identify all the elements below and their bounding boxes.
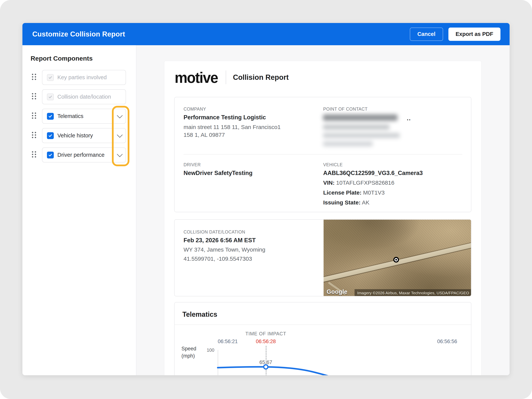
driver-label: DRIVER xyxy=(184,162,201,167)
drag-handle-icon[interactable] xyxy=(32,113,36,120)
checkbox-checked-disabled-icon xyxy=(47,74,54,81)
component-row-collision-date: Collision date/location xyxy=(31,89,136,104)
chart-y-axis-label: Speed (mph) xyxy=(181,345,196,360)
export-pdf-button[interactable]: Export as PDF xyxy=(448,28,500,41)
point-of-contact-label: POINT OF CONTACT xyxy=(323,107,368,112)
report-brand-row: motive Collision Report xyxy=(175,69,289,85)
parties-card: COMPANY Performance Testing Logistic mai… xyxy=(174,97,471,212)
company-address-line1: main street 11 158 11, San Francisco1 xyxy=(184,124,281,130)
drag-handle-icon[interactable] xyxy=(32,132,36,139)
chart-y-tick-100: 100 xyxy=(199,348,214,353)
vehicle-name: AABL36QC122599_VG3.6_Camera3 xyxy=(323,170,423,177)
component-label: Collision date/location xyxy=(57,94,111,100)
collision-location-card: COLLISION DATE/LOCATION Feb 23, 2026 6:5… xyxy=(174,219,471,296)
component-item-vehicle-history[interactable]: Vehicle history xyxy=(42,128,126,143)
redacted-contact-block xyxy=(322,113,405,150)
brand-divider xyxy=(226,70,226,84)
component-item-key-parties: Key parties involved xyxy=(42,70,126,85)
chevron-down-icon[interactable] xyxy=(117,132,123,138)
report-components-sidebar: Report Components Key parties involved xyxy=(22,45,136,375)
chart-title: TIME OF IMPACT xyxy=(175,331,357,336)
component-row-telematics: Telematics xyxy=(31,109,136,124)
chart-x-end-label: 06:56:56 xyxy=(437,339,457,344)
component-row-driver-performance: Driver performance xyxy=(31,147,136,162)
telematics-card: Telematics TIME OF IMPACT 06:56:21 06:56… xyxy=(174,302,471,375)
map-attribution: Imagery ©2026 Airbus, Maxar Technologies… xyxy=(355,289,471,296)
component-row-key-parties: Key parties involved xyxy=(31,70,136,85)
card-divider xyxy=(184,154,462,154)
chart-x-start-label: 06:56:21 xyxy=(218,339,238,344)
redacted-contact-ellipsis: .. xyxy=(407,115,411,122)
window-body: Report Components Key parties involved xyxy=(22,45,510,375)
google-logo: Google xyxy=(327,288,348,295)
component-label: Telematics xyxy=(57,113,83,119)
company-label: COMPANY xyxy=(184,107,206,112)
component-label: Vehicle history xyxy=(57,133,93,139)
checkbox-checked-icon[interactable] xyxy=(47,152,54,158)
vin-value: 10TAFLGFXPS826816 xyxy=(335,180,394,186)
component-label: Driver performance xyxy=(57,152,104,158)
collision-datetime: Feb 23, 2026 6:56 AM EST xyxy=(184,237,256,244)
vehicle-plate: License Plate: M0T1V3 xyxy=(323,190,385,196)
satellite-map[interactable]: Google Imagery ©2026 Airbus, Maxar Techn… xyxy=(323,220,471,296)
component-item-driver-performance[interactable]: Driver performance xyxy=(42,147,126,162)
component-label: Key parties involved xyxy=(57,74,107,81)
company-address-line2: 158 1, AL 09877 xyxy=(184,132,225,138)
vin-label: VIN: xyxy=(323,180,335,186)
plate-label: License Plate: xyxy=(323,190,361,196)
checkbox-checked-icon[interactable] xyxy=(47,132,54,139)
collision-label: COLLISION DATE/LOCATION xyxy=(184,229,245,235)
drag-handle-icon[interactable] xyxy=(32,74,36,81)
impact-value-label: 65.67 xyxy=(251,360,281,365)
report-page: motive Collision Report COMPANY Performa… xyxy=(164,61,481,375)
state-value: AK xyxy=(361,199,370,206)
map-marker-icon xyxy=(393,257,399,263)
desktop-background: Customize Collision Report Cancel Export… xyxy=(0,0,532,399)
chevron-down-icon[interactable] xyxy=(117,151,123,157)
collision-address: WY 374, James Town, Wyoming xyxy=(184,247,265,253)
y-axis-label-line2: (mph) xyxy=(181,352,196,360)
customize-collision-report-window: Customize Collision Report Cancel Export… xyxy=(22,23,510,375)
vehicle-issuing-state: Issuing State: AK xyxy=(323,199,369,206)
component-row-vehicle-history: Vehicle history xyxy=(31,128,136,143)
collision-coordinates: 41.5599701, -109.5547303 xyxy=(184,256,252,262)
chart-impact-time-label: 06:56:28 xyxy=(247,339,285,344)
report-title: Collision Report xyxy=(233,73,289,82)
sidebar-title: Report Components xyxy=(31,55,136,62)
drag-handle-icon[interactable] xyxy=(32,93,36,101)
telematics-title: Telematics xyxy=(182,310,217,318)
chevron-down-icon[interactable] xyxy=(117,113,123,118)
state-label: Issuing State: xyxy=(323,199,361,206)
telematics-divider xyxy=(175,324,471,325)
motive-logo: motive xyxy=(175,69,218,86)
company-name: Performance Testing Logistic xyxy=(184,114,266,121)
checkbox-checked-disabled-icon xyxy=(47,94,54,100)
drag-handle-icon[interactable] xyxy=(32,151,36,159)
cancel-button[interactable]: Cancel xyxy=(410,28,443,41)
impact-point-marker xyxy=(264,365,268,369)
y-axis-label-line1: Speed xyxy=(181,345,196,352)
plate-value: M0T1V3 xyxy=(361,190,385,196)
vehicle-vin: VIN: 10TAFLGFXPS826816 xyxy=(323,180,394,186)
window-header: Customize Collision Report Cancel Export… xyxy=(22,23,510,45)
driver-name: NewDriver SafetyTesting xyxy=(184,170,253,177)
component-item-telematics[interactable]: Telematics xyxy=(42,109,126,124)
checkbox-checked-icon[interactable] xyxy=(47,113,54,120)
vehicle-label: VEHICLE xyxy=(323,162,343,167)
component-item-collision-date: Collision date/location xyxy=(42,89,126,104)
report-preview-area: motive Collision Report COMPANY Performa… xyxy=(136,45,510,375)
page-title: Customize Collision Report xyxy=(32,30,125,38)
